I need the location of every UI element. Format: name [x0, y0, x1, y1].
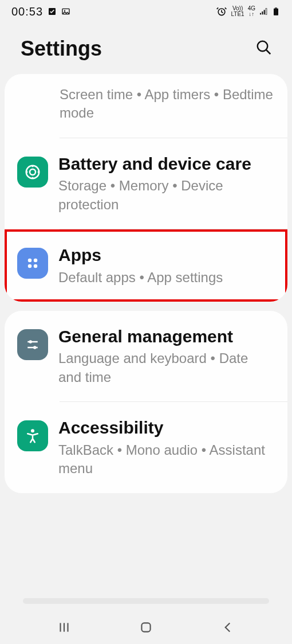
svg-rect-6 — [264, 10, 265, 14]
setting-subtitle: Storage • Memory • Device protection — [58, 177, 275, 214]
setting-title: General management — [58, 326, 275, 348]
scroll-indicator — [23, 598, 269, 604]
setting-subtitle: Screen time • App timers • Bedtime mode — [60, 85, 275, 123]
settings-group-2: General management Language and keyboard… — [5, 311, 287, 493]
setting-subtitle: Language and keyboard • Date and time — [58, 349, 275, 387]
setting-subtitle: TalkBack • Mono audio • Assistant menu — [58, 441, 275, 478]
svg-point-21 — [33, 346, 37, 349]
back-button[interactable] — [209, 614, 247, 642]
setting-item-accessibility[interactable]: Accessibility TalkBack • Mono audio • As… — [5, 402, 287, 493]
setting-item-device-care[interactable]: Battery and device care Storage • Memory… — [5, 138, 287, 229]
setting-subtitle: Default apps • App settings — [58, 268, 275, 287]
network-type: 4G↓↑ — [248, 6, 255, 17]
svg-point-13 — [30, 169, 35, 175]
header: Settings — [0, 23, 292, 72]
page-title: Settings — [21, 37, 102, 61]
svg-point-10 — [258, 41, 268, 52]
volte-indicator: Vo))LTE1 — [231, 6, 244, 17]
svg-rect-4 — [260, 13, 261, 15]
home-icon — [139, 620, 153, 635]
search-icon — [255, 39, 273, 56]
alarm-icon — [216, 6, 227, 17]
setting-title: Accessibility — [58, 417, 275, 439]
setting-title: Battery and device care — [58, 153, 275, 175]
svg-point-14 — [28, 259, 32, 263]
svg-point-22 — [31, 429, 34, 432]
setting-title: Apps — [58, 244, 275, 266]
status-right: Vo))LTE1 4G↓↑ — [216, 6, 281, 17]
settings-group-1: Screen time • App timers • Bedtime mode … — [5, 74, 287, 302]
svg-rect-9 — [275, 7, 277, 8]
search-button[interactable] — [252, 36, 276, 61]
svg-point-2 — [64, 10, 65, 11]
general-management-icon — [17, 329, 48, 360]
back-icon — [220, 620, 235, 635]
status-bar: 00:53 Vo))LTE1 4G↓↑ — [0, 0, 292, 23]
home-button[interactable] — [127, 614, 165, 642]
recents-button[interactable] — [45, 614, 83, 642]
battery-icon — [271, 7, 281, 16]
status-time: 00:53 — [11, 5, 43, 18]
svg-line-11 — [266, 50, 271, 54]
svg-rect-26 — [141, 623, 150, 631]
accessibility-icon — [17, 420, 48, 451]
signal-icon — [259, 7, 268, 16]
svg-rect-7 — [266, 9, 267, 15]
checkbox-icon — [48, 7, 57, 16]
apps-icon — [17, 248, 48, 279]
setting-item-general-management[interactable]: General management Language and keyboard… — [5, 311, 287, 401]
svg-point-16 — [28, 264, 32, 268]
svg-rect-5 — [262, 11, 263, 14]
svg-rect-8 — [274, 9, 278, 15]
svg-point-15 — [34, 259, 38, 263]
svg-point-19 — [29, 340, 33, 344]
status-left: 00:53 — [11, 5, 70, 18]
setting-item-digital-wellbeing[interactable]: Screen time • App timers • Bedtime mode — [5, 74, 287, 138]
setting-item-apps[interactable]: Apps Default apps • App settings — [5, 229, 287, 302]
image-icon — [61, 7, 70, 16]
recents-icon — [57, 620, 72, 635]
device-care-icon — [17, 157, 48, 188]
svg-point-12 — [26, 166, 40, 179]
navigation-bar — [0, 612, 292, 644]
svg-point-17 — [34, 264, 38, 268]
